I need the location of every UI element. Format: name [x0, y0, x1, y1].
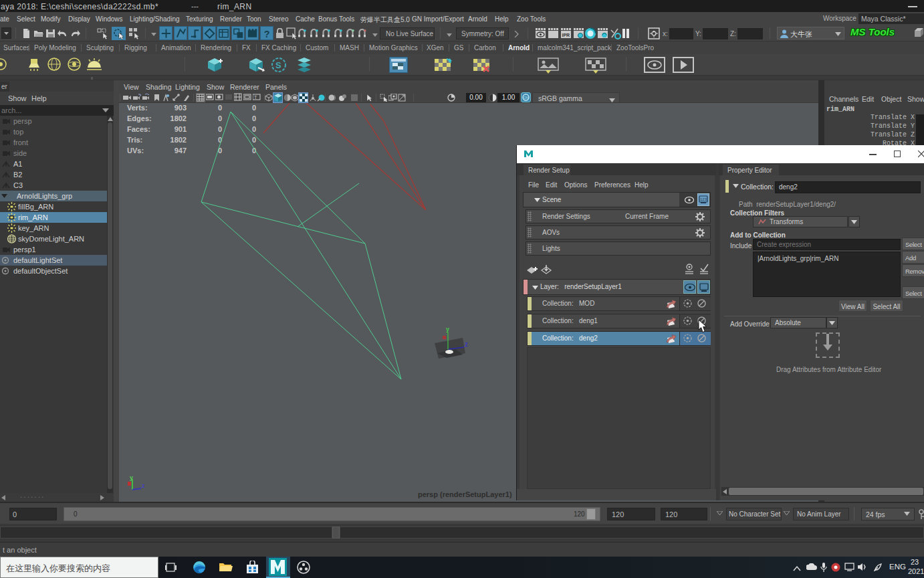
svg-text:T: T: [254, 95, 257, 100]
svg-text:ON: ON: [524, 96, 529, 100]
svg-text:y: y: [130, 474, 133, 481]
svg-text:y: y: [446, 326, 449, 332]
svg-text:persp (renderSetupLayer1): persp (renderSetupLayer1): [418, 490, 512, 498]
svg-text:z: z: [465, 341, 468, 348]
svg-text:?: ?: [263, 29, 269, 39]
svg-text:z: z: [142, 482, 145, 489]
svg-text:123: 123: [700, 197, 707, 201]
svg-text:S: S: [275, 60, 281, 70]
svg-text:IPR: IPR: [562, 33, 570, 37]
